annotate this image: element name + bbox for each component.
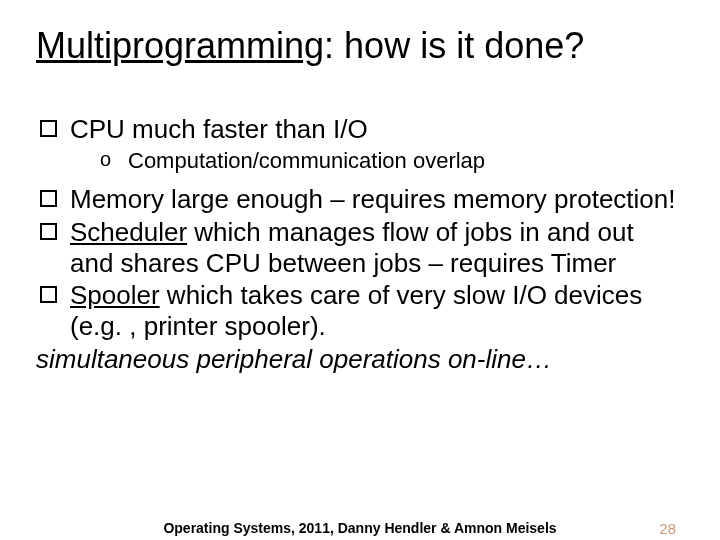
bullet-spooler-term: Spooler xyxy=(70,280,160,310)
subbullet-overlap: Computation/communication overlap xyxy=(70,148,684,174)
footer-page-number: 28 xyxy=(659,520,676,537)
slide-title: Multiprogramming: how is it done? xyxy=(36,26,684,66)
bullet-cpu-text: CPU much faster than I/O xyxy=(70,114,368,144)
title-underlined: Multiprogramming xyxy=(36,25,324,66)
bullet-memory: Memory large enough – requires memory pr… xyxy=(36,184,684,215)
bullet-memory-text: Memory large enough – requires memory pr… xyxy=(70,184,676,214)
spool-expansion: simultaneous peripheral operations on-li… xyxy=(36,344,684,375)
bullet-cpu: CPU much faster than I/O Computation/com… xyxy=(36,114,684,175)
bullet-spooler: Spooler which takes care of very slow I/… xyxy=(36,280,684,341)
bullet-scheduler: Scheduler which manages flow of jobs in … xyxy=(36,217,684,278)
slide-content: CPU much faster than I/O Computation/com… xyxy=(36,114,684,375)
bullet-scheduler-term: Scheduler xyxy=(70,217,187,247)
footer-source: Operating Systems, 2011, Danny Hendler &… xyxy=(0,520,720,536)
subbullet-overlap-text: Computation/communication overlap xyxy=(128,148,485,173)
title-rest: : how is it done? xyxy=(324,25,584,66)
